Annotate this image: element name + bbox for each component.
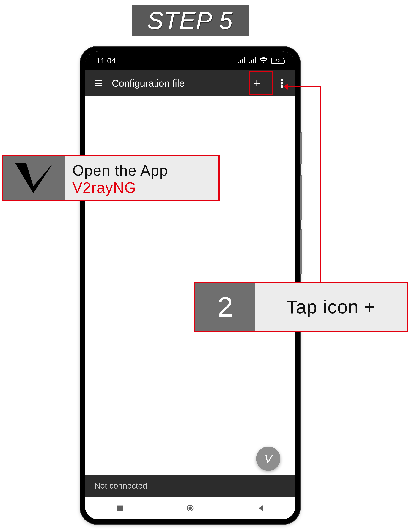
callout2-text: Tap icon + [286,296,376,318]
android-navbar [85,497,295,519]
callout1-line1: Open the App [72,162,211,179]
signal-icon [238,56,245,65]
back-icon[interactable] [256,504,265,513]
status-bar-bottom: Not connected [85,475,295,497]
svg-point-5 [281,79,283,81]
callout-tap-plus: 2 Tap icon + [194,282,408,332]
home-icon[interactable] [186,504,195,513]
add-button-highlight [249,71,273,95]
connect-fab[interactable]: V [256,446,280,471]
recent-apps-icon[interactable] [115,504,125,513]
svg-point-10 [188,506,192,510]
battery-icon: 62 [271,58,284,64]
svg-rect-8 [117,505,123,511]
svg-point-6 [281,82,283,84]
callout2-number: 2 [217,291,233,323]
appbar-title: Configuration file [112,78,185,89]
app-bar: Configuration file [85,70,295,96]
phone-side-button [300,229,302,274]
battery-level: 62 [275,58,280,63]
phone-side-button [300,175,302,220]
svg-point-7 [281,86,283,88]
callout2-number-badge: 2 [195,283,255,331]
v2rayng-app-icon [3,156,65,200]
step-banner: STEP 5 [131,4,250,37]
signal-icon [249,56,256,65]
wifi-icon [260,56,268,65]
connection-status: Not connected [94,481,147,490]
fab-glyph: V [264,452,272,466]
more-menu-icon[interactable] [276,77,288,89]
callout1-line2: V2rayNG [72,179,211,196]
step-label: STEP 5 [147,7,233,35]
phone-side-button [300,133,302,164]
android-statusbar: 11:04 62 [85,51,295,70]
callout-open-app: Open the App V2rayNG [2,155,220,201]
statusbar-time: 11:04 [96,56,116,65]
hamburger-menu-icon[interactable] [93,77,104,89]
callout-connector-line [319,86,321,282]
